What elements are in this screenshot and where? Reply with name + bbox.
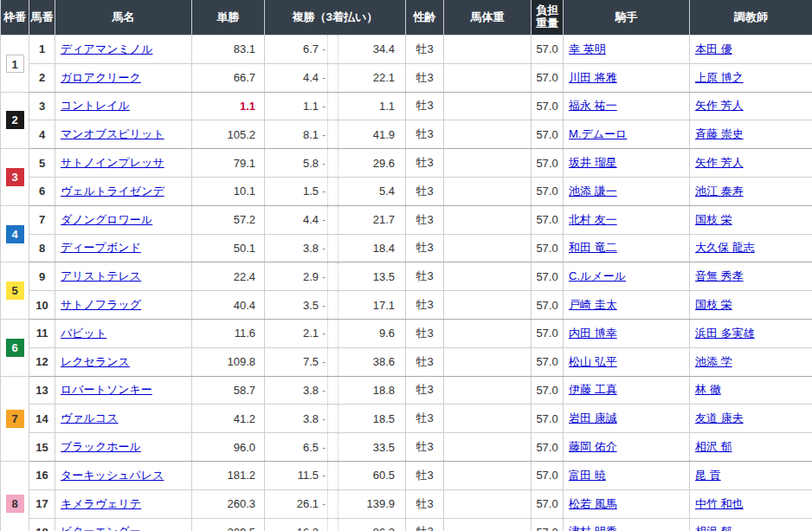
impost-cell: 57.0: [532, 149, 564, 178]
trainer-cell: 矢作 芳人: [690, 149, 812, 178]
table-row: 8ディープボンド50.13.8-18.4牡357.0和田 竜二大久保 龍志: [1, 234, 812, 262]
trainer-link[interactable]: 国枝 栄: [695, 298, 732, 311]
jockey-cell: 坂井 瑠星: [564, 149, 690, 178]
jockey-link[interactable]: 松山 弘平: [569, 355, 617, 368]
trainer-link[interactable]: 斉藤 崇史: [695, 127, 744, 140]
place-odds-min-cell: 5.8-: [265, 149, 328, 178]
trainer-link[interactable]: 国枝 栄: [695, 213, 732, 226]
jockey-link[interactable]: 富田 暁: [569, 469, 606, 482]
win-odds-value: 11.6: [235, 327, 255, 340]
jockey-link[interactable]: M.デムーロ: [569, 127, 627, 140]
horse-name-cell: ヴェルトライゼンデ: [55, 177, 192, 205]
sex-age-cell: 牡3: [406, 262, 444, 291]
horse-name-link[interactable]: サトノフラッグ: [61, 298, 141, 311]
place-odds-separator-cell: [328, 461, 338, 489]
win-odds-cell: 58.7: [192, 376, 265, 405]
impost-cell: 57.0: [532, 92, 564, 120]
place-odds-dash: -: [319, 469, 325, 482]
horse-name-link[interactable]: ターキッシュパレス: [61, 469, 164, 482]
horse-name-link[interactable]: ディアマンミノル: [61, 42, 152, 55]
jockey-link[interactable]: 北村 友一: [569, 213, 617, 226]
trainer-link[interactable]: 相沢 郁: [695, 440, 732, 453]
trainer-link[interactable]: 矢作 芳人: [695, 99, 744, 112]
horse-number-cell: 5: [29, 149, 55, 178]
place-odds-dash: -: [319, 43, 325, 55]
win-odds-cell: 50.1: [192, 234, 265, 262]
trainer-link[interactable]: 林 徹: [695, 383, 721, 396]
table-row: 18ビターエンダー209.516.2-86.3牡357.0津村 明秀相沢 郁: [1, 518, 812, 531]
place-odds-min-cell: 1.5-: [265, 177, 328, 205]
header-horse-number: 馬番: [29, 0, 55, 36]
jockey-link[interactable]: C.ルメール: [569, 269, 626, 282]
trainer-cell: 本田 優: [690, 36, 812, 64]
sex-age-cell: 牡3: [406, 433, 444, 462]
trainer-link[interactable]: 中竹 和也: [695, 497, 744, 510]
horse-name-link[interactable]: キメラヴェリテ: [61, 497, 141, 510]
trainer-link[interactable]: 相沢 郁: [695, 525, 732, 531]
impost-cell: 57.0: [532, 489, 564, 518]
jockey-link[interactable]: 福永 祐一: [569, 99, 617, 112]
jockey-link[interactable]: 藤岡 佑介: [569, 440, 617, 453]
horse-name-link[interactable]: レクセランス: [61, 355, 130, 368]
jockey-link[interactable]: 津村 明秀: [569, 525, 617, 531]
horse-number-cell: 1: [29, 36, 55, 64]
frame-number-cell: 1: [1, 36, 29, 93]
jockey-link[interactable]: 池添 謙一: [569, 185, 617, 198]
jockey-link[interactable]: 松若 風馬: [569, 497, 617, 510]
trainer-cell: 国枝 栄: [690, 205, 812, 234]
horse-weight-cell: [444, 92, 532, 120]
horse-name-link[interactable]: アリストテレス: [61, 269, 141, 282]
trainer-link[interactable]: 池江 泰寿: [695, 185, 744, 198]
trainer-link[interactable]: 上原 博之: [695, 71, 744, 84]
horse-number-cell: 14: [29, 405, 55, 433]
trainer-link[interactable]: 池添 学: [695, 355, 732, 368]
horse-name-link[interactable]: マンオブスピリット: [61, 127, 164, 140]
header-jockey: 騎手: [564, 0, 690, 36]
jockey-cell: 津村 明秀: [564, 518, 690, 531]
trainer-link[interactable]: 大久保 龍志: [695, 241, 755, 254]
jockey-link[interactable]: 伊藤 工真: [569, 383, 617, 396]
trainer-link[interactable]: 本田 優: [695, 42, 732, 55]
horse-name-link[interactable]: ブラックホール: [61, 440, 141, 453]
horse-name-link[interactable]: ビターエンダー: [61, 525, 141, 531]
horse-name-link[interactable]: ロバートソンキー: [61, 383, 152, 396]
horse-name-link[interactable]: ダノングロワール: [61, 213, 152, 226]
odds-page: 枠番 馬番 馬名 単勝 複勝（3着払い） 性齢 馬体重 負担 重量 騎手 調教師…: [0, 0, 812, 531]
place-odds-min-cell: 2.1-: [265, 319, 328, 347]
jockey-link[interactable]: 和田 竜二: [569, 241, 617, 254]
horse-name-link[interactable]: バビット: [61, 327, 106, 340]
trainer-link[interactable]: 浜田 多実雄: [695, 327, 755, 340]
place-odds-min-cell: 16.2-: [265, 518, 328, 531]
horse-name-link[interactable]: コントレイル: [61, 99, 130, 112]
jockey-link[interactable]: 川田 将雅: [569, 71, 617, 84]
jockey-link[interactable]: 岩田 康誠: [569, 411, 617, 424]
table-row: 15ブラックホール96.06.5-33.5牡357.0藤岡 佑介相沢 郁: [1, 433, 812, 462]
horse-name-link[interactable]: ガロアクリーク: [61, 71, 141, 84]
place-odds-max-cell: 29.6: [338, 149, 406, 178]
trainer-link[interactable]: 矢作 芳人: [695, 156, 744, 169]
jockey-link[interactable]: 坂井 瑠星: [569, 156, 617, 169]
horse-name-link[interactable]: ディープボンド: [61, 241, 141, 254]
horse-name-link[interactable]: サトノインプレッサ: [61, 156, 164, 169]
jockey-cell: 和田 竜二: [564, 234, 690, 262]
trainer-cell: 上原 博之: [690, 63, 812, 92]
horse-name-cell: レクセランス: [55, 347, 192, 376]
header-horse-weight: 馬体重: [444, 0, 532, 36]
jockey-cell: 富田 暁: [564, 461, 690, 489]
horse-name-link[interactable]: ヴァルコス: [61, 411, 119, 424]
place-odds-dash: -: [319, 300, 325, 312]
place-odds-min-cell: 11.5-: [265, 461, 328, 489]
impost-cell: 57.0: [532, 205, 564, 234]
place-odds-separator-cell: [328, 433, 338, 462]
trainer-link[interactable]: 音無 秀孝: [695, 269, 744, 282]
horse-name-cell: サトノフラッグ: [55, 291, 192, 320]
jockey-link[interactable]: 内田 博幸: [569, 327, 617, 340]
win-odds-value: 83.1: [234, 42, 255, 55]
trainer-cell: 昆 貢: [690, 461, 812, 489]
jockey-link[interactable]: 戸崎 圭太: [569, 298, 617, 311]
trainer-link[interactable]: 昆 貢: [695, 469, 721, 482]
place-odds-min-cell: 4.4-: [265, 205, 328, 234]
trainer-link[interactable]: 友道 康夫: [695, 411, 744, 424]
horse-name-link[interactable]: ヴェルトライゼンデ: [61, 185, 164, 198]
jockey-link[interactable]: 幸 英明: [569, 42, 606, 55]
